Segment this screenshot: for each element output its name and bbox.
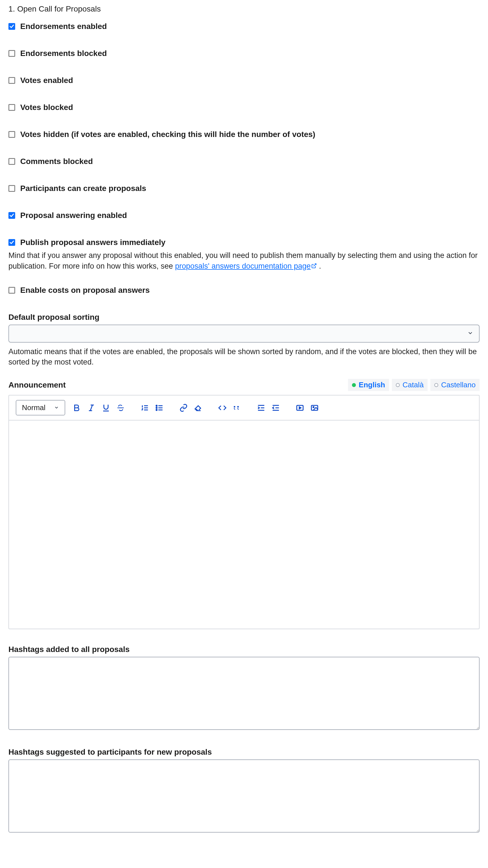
checkbox-label: Publish proposal answers immediately: [20, 238, 166, 247]
checkbox-endorsements-enabled[interactable]: Endorsements enabled: [8, 22, 480, 31]
status-dot-icon: [434, 383, 438, 387]
checkbox-label: Comments blocked: [20, 157, 93, 166]
checkbox-icon: [8, 212, 15, 219]
format-dropdown[interactable]: Normal: [16, 400, 65, 415]
checkbox-label: Votes enabled: [20, 76, 73, 85]
hashtags-suggested-textarea[interactable]: [8, 760, 480, 833]
hashtags-all-textarea[interactable]: [8, 657, 480, 730]
italic-button[interactable]: [86, 402, 97, 414]
status-dot-icon: [352, 383, 356, 387]
checkbox-label: Endorsements blocked: [20, 49, 107, 58]
checkbox-enable-costs[interactable]: Enable costs on proposal answers: [8, 286, 480, 295]
svg-line-2: [90, 405, 93, 411]
checkbox-endorsements-blocked[interactable]: Endorsements blocked: [8, 49, 480, 58]
hashtags-all-label: Hashtags added to all proposals: [8, 645, 480, 654]
checkbox-icon: [8, 104, 15, 111]
default-sorting-help: Automatic means that if the votes are en…: [8, 346, 480, 368]
checkbox-publish-answers[interactable]: Publish proposal answers immediately: [8, 238, 480, 247]
announcement-label: Announcement: [8, 380, 66, 390]
eraser-button[interactable]: [192, 402, 204, 414]
checkbox-icon: [8, 158, 15, 165]
lang-tab-castellano[interactable]: Castellano: [430, 379, 480, 391]
default-sorting-label: Default proposal sorting: [8, 313, 480, 322]
ordered-list-button[interactable]: [139, 402, 151, 414]
strikethrough-button[interactable]: [115, 402, 127, 414]
indent-button[interactable]: [255, 402, 267, 414]
checkbox-votes-hidden[interactable]: Votes hidden (if votes are enabled, chec…: [8, 130, 480, 139]
svg-point-11: [156, 405, 157, 406]
svg-point-23: [313, 406, 314, 408]
link-button[interactable]: [178, 402, 190, 414]
unordered-list-button[interactable]: [154, 402, 165, 414]
checkbox-label: Votes blocked: [20, 103, 73, 112]
publish-answers-help: Mind that if you answer any proposal wit…: [8, 250, 480, 272]
announcement-text-area[interactable]: [9, 421, 479, 629]
video-button[interactable]: [294, 402, 306, 414]
checkbox-icon: [8, 77, 15, 84]
checkbox-label: Endorsements enabled: [20, 22, 107, 31]
chevron-down-icon: [54, 403, 59, 412]
checkbox-participants-create[interactable]: Participants can create proposals: [8, 184, 480, 193]
status-dot-icon: [396, 383, 400, 387]
checkbox-icon: [8, 131, 15, 138]
underline-button[interactable]: [100, 402, 112, 414]
lang-tab-english[interactable]: English: [348, 379, 389, 391]
blockquote-button[interactable]: [231, 402, 243, 414]
external-link-icon: [311, 262, 317, 270]
language-tabs: English Català Castellano: [348, 379, 480, 391]
lang-label: Català: [402, 380, 424, 389]
format-dropdown-label: Normal: [22, 403, 45, 412]
checkbox-label: Votes hidden (if votes are enabled, chec…: [20, 130, 316, 139]
checkbox-icon: [8, 23, 15, 30]
checkbox-label: Enable costs on proposal answers: [20, 286, 150, 295]
checkbox-votes-blocked[interactable]: Votes blocked: [8, 103, 480, 112]
svg-point-13: [156, 409, 157, 410]
help-text-suffix: .: [317, 262, 321, 270]
checkbox-icon: [8, 239, 15, 246]
outdent-button[interactable]: [270, 402, 282, 414]
svg-point-12: [156, 407, 157, 408]
checkbox-label: Participants can create proposals: [20, 184, 146, 193]
checkbox-icon: [8, 50, 15, 57]
lang-label: English: [359, 380, 385, 389]
image-button[interactable]: [308, 402, 321, 414]
checkbox-proposal-answering[interactable]: Proposal answering enabled: [8, 211, 480, 220]
checkbox-icon: [8, 185, 15, 192]
default-sorting-select[interactable]: [8, 324, 480, 343]
announcement-editor: Normal: [8, 395, 480, 629]
checkbox-icon: [8, 287, 15, 293]
svg-marker-21: [299, 407, 301, 409]
bold-button[interactable]: [71, 402, 83, 414]
proposals-answers-doc-link[interactable]: proposals' answers documentation page: [175, 262, 317, 270]
hashtags-suggested-label: Hashtags suggested to participants for n…: [8, 748, 480, 756]
editor-toolbar: Normal: [9, 396, 479, 421]
code-button[interactable]: [217, 402, 228, 414]
lang-tab-catala[interactable]: Català: [392, 379, 428, 391]
page-title: Open Call for Proposals: [8, 4, 480, 13]
checkbox-comments-blocked[interactable]: Comments blocked: [8, 157, 480, 166]
checkbox-votes-enabled[interactable]: Votes enabled: [8, 76, 480, 85]
lang-label: Castellano: [441, 380, 476, 389]
checkbox-label: Proposal answering enabled: [20, 211, 127, 220]
